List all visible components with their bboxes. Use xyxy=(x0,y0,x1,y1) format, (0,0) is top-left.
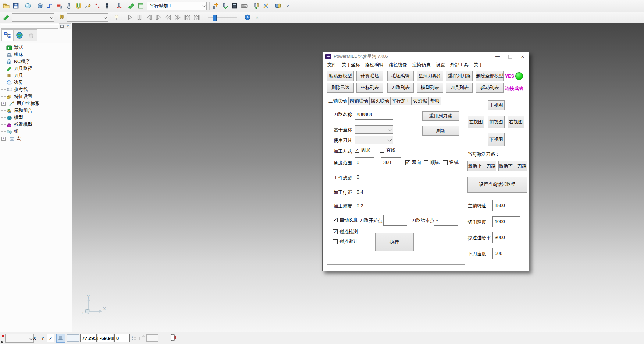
tree-item-patterns[interactable]: 参考线 xyxy=(0,86,72,93)
tab-4axis[interactable]: 四轴联动 xyxy=(348,97,369,105)
toolpath-connection-icon[interactable] xyxy=(45,1,54,11)
grid-snap-button[interactable] xyxy=(56,334,65,343)
skim-feed-input[interactable]: 3000 xyxy=(492,232,520,243)
view-right-button[interactable]: 右视图 xyxy=(508,116,524,128)
device-pause-icon[interactable] xyxy=(170,334,176,341)
sim-toolpath-combobox[interactable] xyxy=(12,13,54,22)
clock-icon[interactable] xyxy=(243,13,252,22)
toolpath-list-icon[interactable] xyxy=(136,1,146,11)
tab-saw[interactable]: 切割锯 xyxy=(412,97,428,105)
strategy-combobox[interactable]: 平行精加工 xyxy=(147,2,207,10)
keyboard-icon[interactable] xyxy=(239,1,249,11)
coordinate-x-field[interactable]: 77.2951 xyxy=(80,334,97,342)
delete-all-models-button[interactable]: 删除全部模型 xyxy=(476,71,504,81)
tool-library-button[interactable]: 星河刀具库 xyxy=(417,71,443,81)
auto-length-checkbox[interactable]: ✓ 自动长度 xyxy=(333,217,358,223)
checkbox-box[interactable] xyxy=(424,160,428,165)
rewind-icon[interactable] xyxy=(163,13,173,22)
spindle-speed-input[interactable]: 1500 xyxy=(492,200,520,211)
end-point-input[interactable]: - xyxy=(434,215,458,226)
drive-list-button[interactable]: 驱动列表 xyxy=(476,83,504,93)
expand-icon[interactable]: + xyxy=(1,137,6,141)
toolpath-list-button[interactable]: 刀路列表 xyxy=(387,83,414,93)
step-forward-icon[interactable] xyxy=(154,13,163,22)
checkbox-box[interactable] xyxy=(443,160,448,165)
slider-handle[interactable] xyxy=(213,15,217,21)
tree-item-feature-sets[interactable]: 特征设置 xyxy=(0,93,72,100)
tab-3axis[interactable]: 三轴联动 xyxy=(327,96,348,105)
menu-about[interactable]: 关于 xyxy=(471,62,485,68)
menu-path-mirror[interactable]: 路径镜像 xyxy=(386,62,410,68)
cutting-feed-input[interactable]: 1000 xyxy=(492,216,520,227)
tool-star-icon[interactable] xyxy=(211,1,220,11)
menu-path-edit[interactable]: 路径编辑 xyxy=(363,62,386,68)
close-button[interactable]: × xyxy=(516,52,529,61)
collision-tool-icon[interactable] xyxy=(114,1,124,11)
conventional-mill-checkbox[interactable]: 逆铣 xyxy=(443,159,459,166)
tool-check-icon[interactable] xyxy=(220,1,230,11)
axis-x-button[interactable]: X xyxy=(31,334,38,342)
coordinate-z-field[interactable]: 0 xyxy=(114,334,130,342)
axis-compass-icon[interactable] xyxy=(139,335,145,341)
checkbox-box[interactable]: ✓ xyxy=(333,218,338,222)
play-icon[interactable] xyxy=(125,13,135,22)
compute-stock-button[interactable]: 计算毛坯 xyxy=(356,71,383,81)
workplane-combobox[interactable] xyxy=(5,334,34,343)
toolpath-spring-icon[interactable] xyxy=(1,13,11,22)
tree-item-models[interactable]: 模型 xyxy=(0,114,72,121)
minimize-button[interactable]: — xyxy=(491,52,504,61)
start-point-input[interactable] xyxy=(383,215,407,226)
fast-forward-icon[interactable] xyxy=(173,13,182,22)
maximize-button[interactable] xyxy=(504,52,516,61)
collision-avoid-checkbox[interactable]: 碰撞避让 xyxy=(333,239,358,245)
base-coord-combobox[interactable] xyxy=(355,125,393,134)
points-diamonds-icon[interactable] xyxy=(93,1,102,11)
skip-start-icon[interactable] xyxy=(182,13,192,22)
toolpath-name-input[interactable]: 888888 xyxy=(355,110,393,120)
axis-y-button[interactable]: Y xyxy=(39,334,46,342)
collision-check-checkbox[interactable]: ✓ 碰撞检测 xyxy=(333,229,358,235)
snap-value-field[interactable] xyxy=(146,334,158,342)
block-cube-icon[interactable] xyxy=(35,1,45,11)
tab-explorer-world[interactable] xyxy=(13,29,25,41)
dialog-titlebar[interactable]: PowerMILL 忆梦星河 7.0.6 — × xyxy=(323,52,529,61)
tree-item-boundaries[interactable]: 边界 xyxy=(0,79,72,86)
panel-grip[interactable] xyxy=(1,24,59,28)
pattern-pencil-icon[interactable] xyxy=(83,1,93,11)
ball-tool-icon[interactable] xyxy=(64,1,74,11)
tab-recycle-bin[interactable] xyxy=(25,29,37,41)
angle-from-input[interactable]: 0 xyxy=(355,157,374,167)
tab-parallel[interactable]: 平行加工 xyxy=(391,97,412,105)
checkbox-box[interactable] xyxy=(380,148,384,153)
tree-item-activate[interactable]: 激活 xyxy=(0,44,72,51)
view-bottom-button[interactable]: 下视图 xyxy=(488,133,505,146)
bulb-icon[interactable] xyxy=(112,13,121,22)
tree-item-levels-sets[interactable]: 层和组合 xyxy=(0,107,72,114)
coord-list-button[interactable]: 坐标列表 xyxy=(356,83,383,93)
toolbar-close-icon[interactable]: × xyxy=(252,13,262,22)
tree-item-groups[interactable]: 组 xyxy=(0,128,72,135)
panel-close-icon[interactable]: × xyxy=(65,23,71,29)
menu-render-sim[interactable]: 渲染仿真 xyxy=(410,62,433,68)
bidirectional-checkbox[interactable]: ✓ 双向 xyxy=(405,159,421,166)
simulation-speed-slider[interactable] xyxy=(208,17,237,18)
line-checkbox[interactable]: 直线 xyxy=(380,147,395,154)
yellow-tool-icon[interactable] xyxy=(57,13,66,22)
axis-z-button[interactable]: Z xyxy=(47,334,54,342)
tree-item-machine[interactable]: 机床 xyxy=(0,51,72,58)
plunge-feed-input[interactable]: 500 xyxy=(492,248,520,259)
tool-pair-icon[interactable] xyxy=(252,1,261,11)
view-top-button[interactable]: 上视图 xyxy=(488,100,505,110)
menu-external-tools[interactable]: 外部工具 xyxy=(448,62,471,68)
angle-to-input[interactable]: 360 xyxy=(381,157,401,167)
view-left-button[interactable]: 左视图 xyxy=(468,116,484,128)
tab-help[interactable]: 帮助 xyxy=(428,97,441,105)
tree-item-tools[interactable]: 刀具 xyxy=(0,72,72,79)
tree-item-workplanes[interactable]: + 用户坐标系 xyxy=(0,100,72,107)
checkbox-box[interactable]: ✓ xyxy=(355,148,359,153)
activate-prev-toolpath-button[interactable]: 激活上一刀路 xyxy=(467,161,496,171)
climb-mill-checkbox[interactable]: 顺铣 xyxy=(424,159,440,166)
menu-file[interactable]: 文件 xyxy=(325,62,339,68)
set-active-path-button[interactable]: 设置当前激活路径 xyxy=(467,177,527,193)
skip-end-icon[interactable] xyxy=(192,13,202,22)
